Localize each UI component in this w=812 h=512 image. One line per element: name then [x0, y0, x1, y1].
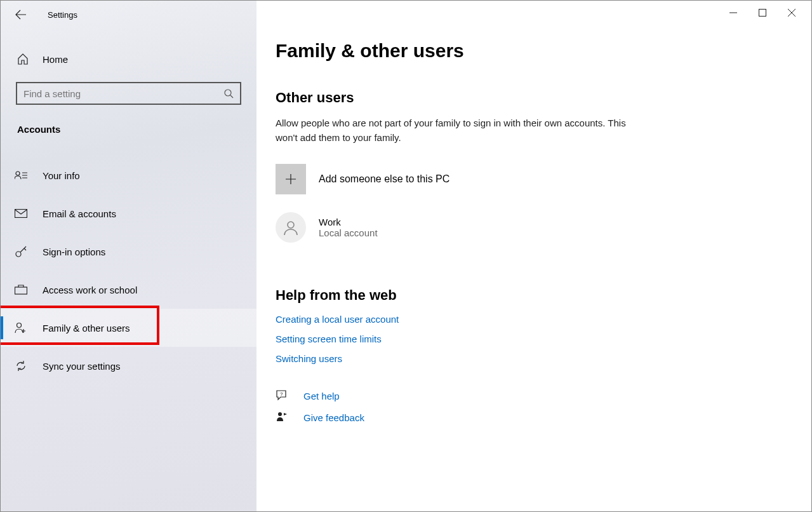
plus-tile — [276, 164, 306, 194]
svg-point-9 — [278, 412, 282, 416]
sidebar-item-access-work-school[interactable]: Access work or school — [1, 271, 256, 309]
svg-rect-4 — [15, 287, 27, 294]
get-help-link[interactable]: Get help — [303, 391, 340, 401]
help-link-screen-time[interactable]: Setting screen time limits — [276, 333, 382, 344]
minimize-button[interactable] — [719, 3, 748, 22]
feedback-icon — [276, 411, 288, 424]
people-icon — [15, 321, 27, 334]
sidebar: Settings Home Accounts Your info Email &… — [1, 1, 256, 511]
chat-help-icon: ? — [276, 389, 288, 402]
user-type: Local account — [319, 227, 378, 238]
sidebar-item-label: Sign-in options — [43, 246, 105, 257]
sidebar-item-email-accounts[interactable]: Email & accounts — [1, 194, 256, 232]
svg-point-1 — [16, 172, 20, 175]
window-title: Settings — [48, 10, 77, 20]
maximize-button[interactable] — [748, 3, 777, 22]
sidebar-item-label: Family & other users — [43, 323, 130, 333]
person-card-icon — [15, 169, 27, 182]
sidebar-section-title: Accounts — [1, 105, 256, 141]
sidebar-item-label: Email & accounts — [43, 208, 116, 219]
help-heading: Help from the web — [276, 287, 789, 304]
page-title: Family & other users — [276, 40, 789, 62]
other-users-description: Allow people who are not part of your fa… — [276, 116, 631, 145]
maximize-icon — [759, 9, 766, 17]
briefcase-icon — [15, 283, 27, 296]
svg-rect-6 — [759, 10, 766, 17]
other-users-heading: Other users — [276, 90, 789, 106]
give-feedback-link[interactable]: Give feedback — [303, 412, 364, 423]
sync-icon — [15, 360, 27, 372]
svg-point-0 — [225, 90, 231, 96]
sidebar-item-sync-settings[interactable]: Sync your settings — [1, 347, 256, 385]
help-link-create-account[interactable]: Creating a local user account — [276, 314, 399, 325]
mail-icon — [15, 207, 27, 220]
svg-point-3 — [16, 252, 21, 257]
sidebar-item-label: Sync your settings — [43, 361, 121, 372]
plus-icon — [284, 173, 297, 185]
minimize-icon — [729, 9, 737, 17]
sidebar-item-family-other-users[interactable]: Family & other users — [1, 309, 256, 347]
search-input-container[interactable] — [16, 82, 241, 105]
close-button[interactable] — [777, 3, 806, 22]
add-user-label: Add someone else to this PC — [319, 173, 449, 185]
sidebar-item-label: Access work or school — [43, 285, 137, 295]
help-link-switching-users[interactable]: Switching users — [276, 353, 342, 364]
svg-point-5 — [17, 323, 22, 328]
sidebar-item-your-info[interactable]: Your info — [1, 156, 256, 194]
sidebar-item-label: Your info — [43, 170, 80, 181]
key-icon — [15, 245, 27, 258]
user-account-row[interactable]: Work Local account — [276, 212, 789, 243]
sidebar-nav: Your info Email & accounts Sign-in optio… — [1, 156, 256, 385]
search-input[interactable] — [23, 88, 223, 99]
back-button[interactable] — [13, 7, 29, 22]
home-nav[interactable]: Home — [1, 41, 256, 77]
svg-point-7 — [288, 222, 294, 228]
person-icon — [282, 219, 300, 236]
add-user-button[interactable]: Add someone else to this PC — [276, 164, 789, 194]
main-panel: Family & other users Other users Allow p… — [256, 1, 811, 511]
svg-text:?: ? — [280, 391, 283, 397]
home-label: Home — [43, 54, 68, 65]
arrow-left-icon — [15, 9, 27, 20]
avatar — [276, 212, 306, 243]
search-icon — [223, 88, 234, 98]
user-name: Work — [319, 217, 378, 227]
home-icon — [17, 53, 29, 65]
close-icon — [788, 9, 795, 17]
sidebar-item-sign-in-options[interactable]: Sign-in options — [1, 232, 256, 271]
